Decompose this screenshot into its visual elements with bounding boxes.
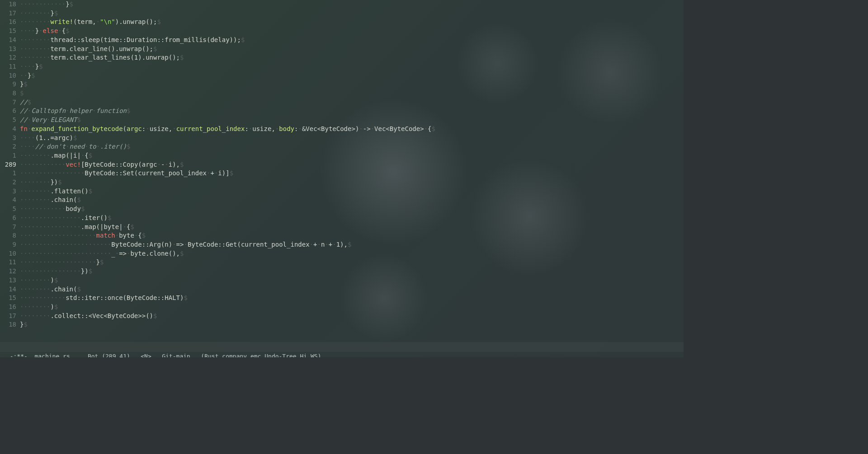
line-content[interactable]: ············vec![ByteCode::Copy(argc·-·i…: [20, 160, 684, 169]
line-content[interactable]: //·Calltopfn·helper·function$: [20, 107, 684, 116]
code-line[interactable]: 12················})$: [0, 267, 684, 276]
line-content[interactable]: ················.map(|byte|·{$: [20, 223, 684, 232]
code-line[interactable]: 14········.chain($: [0, 285, 684, 294]
token-punct: .flatten(): [50, 187, 88, 195]
line-content[interactable]: }$: [20, 320, 684, 329]
token-ws: ················: [20, 223, 81, 230]
line-number: 7: [0, 223, 20, 232]
token-punct: term.clear_line().unwrap();: [50, 45, 153, 52]
token-eol: $: [77, 116, 80, 123]
code-line[interactable]: 7················.map(|byte|·{$: [0, 223, 684, 232]
code-line[interactable]: 5//·Very·ELEGANT$: [0, 116, 684, 125]
code-line[interactable]: 289············vec![ByteCode::Copy(argc·…: [0, 160, 684, 169]
line-content[interactable]: ········thread::sleep(time::Duration::fr…: [20, 36, 684, 45]
line-content[interactable]: ························ByteCode::Arg(n)…: [20, 240, 684, 249]
line-content[interactable]: ········.chain($: [20, 196, 684, 205]
token-ws: ·: [310, 241, 313, 248]
token-comment: to: [89, 143, 96, 150]
token-kw: match: [96, 232, 115, 239]
line-content[interactable]: ····}·else·{$: [20, 27, 684, 36]
code-line[interactable]: 14········thread::sleep(time::Duration::…: [0, 36, 684, 45]
code-line[interactable]: 7//$: [0, 98, 684, 107]
line-content[interactable]: ····················match·byte·{$: [20, 231, 684, 240]
code-line[interactable]: 3····(1..=argc)$: [0, 134, 684, 143]
code-line[interactable]: 17········}$: [0, 9, 684, 18]
code-line[interactable]: 6//·Calltopfn·helper·function$: [0, 107, 684, 116]
code-line[interactable]: 4fn·expand_function_bytecode(argc:·usize…: [0, 125, 684, 134]
line-content[interactable]: ························_·=>·byte.clone(…: [20, 249, 684, 258]
code-line[interactable]: 11····················}$: [0, 258, 684, 267]
token-punct: .map(|byte|: [81, 223, 123, 230]
token-ws: ·: [146, 125, 149, 132]
line-content[interactable]: ················.iter()$: [20, 214, 684, 223]
line-content[interactable]: ········term.clear_line().unwrap();$: [20, 45, 684, 54]
line-content[interactable]: ········.map(|i|·{$: [20, 151, 684, 160]
line-content[interactable]: //·Very·ELEGANT$: [20, 116, 684, 125]
code-line[interactable]: 10························_·=>·byte.clon…: [0, 249, 684, 258]
code-line[interactable]: 15············std::iter::once(ByteCode::…: [0, 294, 684, 303]
code-line[interactable]: 18············}$: [0, 0, 684, 9]
line-content[interactable]: fn·expand_function_bytecode(argc:·usize,…: [20, 125, 684, 134]
line-number: 5: [0, 205, 20, 214]
token-string: "\n": [100, 18, 115, 25]
line-content[interactable]: ········.chain($: [20, 285, 684, 294]
line-content[interactable]: ········.collect::<Vec<ByteCode>>()$: [20, 312, 684, 321]
line-content[interactable]: //$: [20, 98, 684, 107]
line-content[interactable]: $: [20, 89, 684, 98]
code-line[interactable]: 2····//·don't·need·to·.iter()$: [0, 142, 684, 151]
code-line[interactable]: 6················.iter()$: [0, 214, 684, 223]
line-content[interactable]: ········)$: [20, 276, 684, 285]
code-line[interactable]: 16········)$: [0, 303, 684, 312]
modeline-sep: [70, 353, 88, 357]
line-content[interactable]: ············}$: [20, 0, 684, 9]
token-eol: $: [70, 0, 73, 8]
token-kw: fn: [20, 125, 28, 132]
line-content[interactable]: ········})$: [20, 178, 684, 187]
token-punct: [ByteCode::Copy(argc: [81, 161, 157, 168]
code-line[interactable]: 1·················ByteCode::Set(current_…: [0, 169, 684, 178]
code-line[interactable]: 16········write!(term,·"\n").unwrap();$: [0, 18, 684, 27]
code-line[interactable]: 8····················match·byte·{$: [0, 231, 684, 240]
code-line[interactable]: 18}$: [0, 320, 684, 329]
code-line[interactable]: 2········})$: [0, 178, 684, 187]
line-content[interactable]: ····················}$: [20, 258, 684, 267]
token-punct: :: [142, 125, 146, 132]
line-content[interactable]: ············body$: [20, 205, 684, 214]
code-line[interactable]: 12········term.clear_last_lines(1).unwra…: [0, 53, 684, 62]
code-line[interactable]: 4········.chain($: [0, 196, 684, 205]
line-content[interactable]: ········)$: [20, 303, 684, 312]
code-line[interactable]: 8$: [0, 89, 684, 98]
line-content[interactable]: ········term.clear_last_lines(1).unwrap(…: [20, 53, 684, 62]
line-content[interactable]: ········}$: [20, 9, 684, 18]
code-line[interactable]: 3········.flatten()$: [0, 187, 684, 196]
token-ws: ·: [165, 161, 168, 168]
token-ws: ····················: [20, 258, 96, 266]
line-number: 11: [0, 258, 20, 267]
token-ws: ········: [20, 187, 50, 195]
line-content[interactable]: ··}$: [20, 71, 684, 80]
token-eol: $: [180, 161, 184, 168]
code-line[interactable]: 11····}$: [0, 62, 684, 71]
code-line[interactable]: 1········.map(|i|·{$: [0, 151, 684, 160]
token-ws: ············: [20, 161, 66, 168]
line-content[interactable]: ·················ByteCode::Set(current_p…: [20, 169, 684, 178]
line-content[interactable]: ····}$: [20, 62, 684, 71]
code-line[interactable]: 5············body$: [0, 205, 684, 214]
code-line[interactable]: 15····}·else·{$: [0, 27, 684, 36]
token-ws: ····: [20, 134, 35, 141]
line-content[interactable]: ····//·don't·need·to·.iter()$: [20, 142, 684, 151]
editor-area[interactable]: 18············}$17········}$16········wr…: [0, 0, 684, 346]
code-line[interactable]: 13········)$: [0, 276, 684, 285]
code-line[interactable]: 10··}$: [0, 71, 684, 80]
line-content[interactable]: ············std::iter::once(ByteCode::HA…: [20, 294, 684, 303]
line-content[interactable]: ················})$: [20, 267, 684, 276]
code-line[interactable]: 9}$: [0, 80, 684, 89]
token-punct: (: [123, 125, 127, 132]
line-content[interactable]: }$: [20, 80, 684, 89]
line-content[interactable]: ········.flatten()$: [20, 187, 684, 196]
code-line[interactable]: 13········term.clear_line().unwrap();$: [0, 45, 684, 54]
code-line[interactable]: 17········.collect::<Vec<ByteCode>>()$: [0, 312, 684, 321]
code-line[interactable]: 9························ByteCode::Arg(n…: [0, 240, 684, 249]
line-content[interactable]: ········write!(term,·"\n").unwrap();$: [20, 18, 684, 27]
line-content[interactable]: ····(1..=argc)$: [20, 134, 684, 143]
